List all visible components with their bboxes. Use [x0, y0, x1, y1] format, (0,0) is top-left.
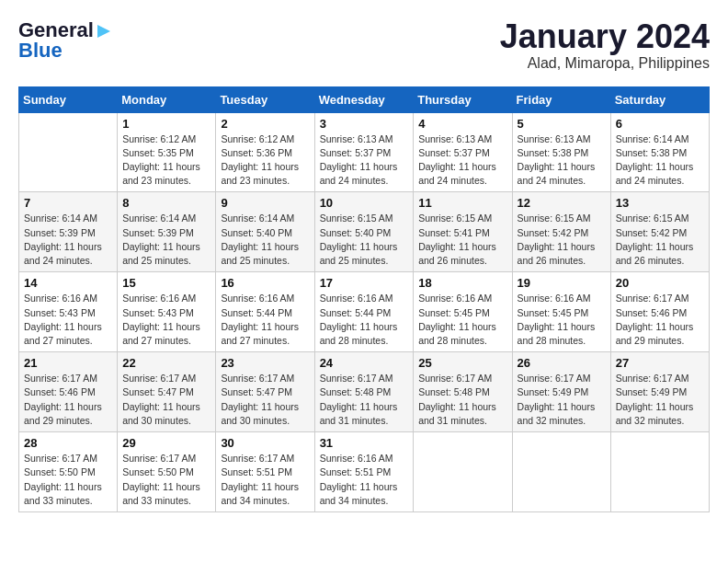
calendar-cell: 10Sunrise: 6:15 AM Sunset: 5:40 PM Dayli…: [314, 192, 414, 272]
calendar-cell: 8Sunrise: 6:14 AM Sunset: 5:39 PM Daylig…: [118, 192, 216, 272]
day-info: Sunrise: 6:15 AM Sunset: 5:42 PM Dayligh…: [616, 212, 704, 268]
calendar-cell: [19, 112, 118, 192]
day-number: 31: [320, 436, 409, 450]
day-number: 30: [221, 436, 309, 450]
calendar-cell: 24Sunrise: 6:17 AM Sunset: 5:48 PM Dayli…: [314, 352, 414, 432]
weekday-header: Thursday: [414, 86, 512, 112]
calendar-week-row: 21Sunrise: 6:17 AM Sunset: 5:46 PM Dayli…: [19, 352, 710, 432]
calendar-cell: 26Sunrise: 6:17 AM Sunset: 5:49 PM Dayli…: [512, 352, 610, 432]
calendar-cell: 4Sunrise: 6:13 AM Sunset: 5:37 PM Daylig…: [414, 112, 512, 192]
day-info: Sunrise: 6:13 AM Sunset: 5:38 PM Dayligh…: [518, 132, 606, 189]
day-number: 14: [24, 276, 112, 290]
day-number: 20: [616, 276, 704, 290]
day-number: 5: [518, 117, 606, 131]
day-number: 3: [320, 117, 409, 131]
calendar-cell: 1Sunrise: 6:12 AM Sunset: 5:35 PM Daylig…: [118, 112, 216, 192]
weekday-header: Wednesday: [314, 86, 414, 112]
calendar-cell: 21Sunrise: 6:17 AM Sunset: 5:46 PM Dayli…: [19, 352, 118, 432]
weekday-header: Monday: [118, 86, 216, 112]
day-info: Sunrise: 6:14 AM Sunset: 5:40 PM Dayligh…: [221, 212, 309, 268]
day-number: 22: [122, 356, 210, 370]
weekday-header: Friday: [512, 86, 610, 112]
day-info: Sunrise: 6:17 AM Sunset: 5:48 PM Dayligh…: [418, 372, 506, 428]
day-info: Sunrise: 6:13 AM Sunset: 5:37 PM Dayligh…: [320, 132, 409, 189]
calendar-cell: 2Sunrise: 6:12 AM Sunset: 5:36 PM Daylig…: [216, 112, 314, 192]
calendar-cell: 29Sunrise: 6:17 AM Sunset: 5:50 PM Dayli…: [118, 432, 216, 512]
page-header: General Blue January 2024 Alad, Mimaropa…: [18, 18, 710, 72]
day-info: Sunrise: 6:17 AM Sunset: 5:50 PM Dayligh…: [24, 452, 112, 508]
calendar-cell: 16Sunrise: 6:16 AM Sunset: 5:44 PM Dayli…: [216, 272, 314, 352]
logo: General Blue: [18, 18, 112, 63]
calendar-cell: 12Sunrise: 6:15 AM Sunset: 5:42 PM Dayli…: [512, 192, 610, 272]
day-info: Sunrise: 6:17 AM Sunset: 5:49 PM Dayligh…: [518, 372, 606, 428]
calendar-cell: 22Sunrise: 6:17 AM Sunset: 5:47 PM Dayli…: [118, 352, 216, 432]
day-info: Sunrise: 6:14 AM Sunset: 5:39 PM Dayligh…: [122, 212, 210, 268]
day-info: Sunrise: 6:17 AM Sunset: 5:51 PM Dayligh…: [221, 452, 309, 508]
calendar-week-row: 28Sunrise: 6:17 AM Sunset: 5:50 PM Dayli…: [19, 432, 710, 512]
calendar-cell: 23Sunrise: 6:17 AM Sunset: 5:47 PM Dayli…: [216, 352, 314, 432]
calendar-cell: [512, 432, 610, 512]
day-number: 24: [320, 356, 409, 370]
weekday-header: Tuesday: [216, 86, 314, 112]
month-title: January 2024: [500, 18, 710, 55]
calendar-week-row: 14Sunrise: 6:16 AM Sunset: 5:43 PM Dayli…: [19, 272, 710, 352]
logo-arrow-icon: [96, 23, 112, 40]
day-info: Sunrise: 6:16 AM Sunset: 5:51 PM Dayligh…: [320, 452, 409, 508]
calendar-cell: 9Sunrise: 6:14 AM Sunset: 5:40 PM Daylig…: [216, 192, 314, 272]
calendar-cell: 31Sunrise: 6:16 AM Sunset: 5:51 PM Dayli…: [314, 432, 414, 512]
day-info: Sunrise: 6:12 AM Sunset: 5:35 PM Dayligh…: [122, 132, 210, 189]
calendar-cell: 20Sunrise: 6:17 AM Sunset: 5:46 PM Dayli…: [610, 272, 709, 352]
calendar-cell: [414, 432, 512, 512]
day-info: Sunrise: 6:15 AM Sunset: 5:42 PM Dayligh…: [518, 212, 606, 268]
calendar-week-row: 7Sunrise: 6:14 AM Sunset: 5:39 PM Daylig…: [19, 192, 710, 272]
day-info: Sunrise: 6:17 AM Sunset: 5:47 PM Dayligh…: [221, 372, 309, 428]
calendar-cell: 25Sunrise: 6:17 AM Sunset: 5:48 PM Dayli…: [414, 352, 512, 432]
day-number: 7: [24, 196, 112, 210]
day-info: Sunrise: 6:17 AM Sunset: 5:50 PM Dayligh…: [122, 452, 210, 508]
weekday-header: Saturday: [610, 86, 709, 112]
calendar-cell: 14Sunrise: 6:16 AM Sunset: 5:43 PM Dayli…: [19, 272, 118, 352]
day-number: 8: [122, 196, 210, 210]
weekday-header-row: SundayMondayTuesdayWednesdayThursdayFrid…: [19, 86, 710, 112]
day-number: 27: [616, 356, 704, 370]
calendar-cell: 15Sunrise: 6:16 AM Sunset: 5:43 PM Dayli…: [118, 272, 216, 352]
day-info: Sunrise: 6:15 AM Sunset: 5:41 PM Dayligh…: [418, 212, 506, 268]
day-info: Sunrise: 6:16 AM Sunset: 5:45 PM Dayligh…: [418, 292, 506, 348]
calendar-table: SundayMondayTuesdayWednesdayThursdayFrid…: [18, 86, 710, 512]
day-number: 17: [320, 276, 409, 290]
day-info: Sunrise: 6:17 AM Sunset: 5:47 PM Dayligh…: [122, 372, 210, 428]
day-number: 15: [122, 276, 210, 290]
day-number: 28: [24, 436, 112, 450]
calendar-cell: 30Sunrise: 6:17 AM Sunset: 5:51 PM Dayli…: [216, 432, 314, 512]
day-number: 13: [616, 196, 704, 210]
calendar-cell: 17Sunrise: 6:16 AM Sunset: 5:44 PM Dayli…: [314, 272, 414, 352]
day-number: 6: [616, 117, 704, 131]
day-number: 21: [24, 356, 112, 370]
calendar-cell: 3Sunrise: 6:13 AM Sunset: 5:37 PM Daylig…: [314, 112, 414, 192]
day-number: 9: [221, 196, 309, 210]
day-info: Sunrise: 6:12 AM Sunset: 5:36 PM Dayligh…: [221, 132, 309, 189]
calendar-cell: 27Sunrise: 6:17 AM Sunset: 5:49 PM Dayli…: [610, 352, 709, 432]
day-number: 29: [122, 436, 210, 450]
calendar-cell: 28Sunrise: 6:17 AM Sunset: 5:50 PM Dayli…: [19, 432, 118, 512]
day-number: 12: [518, 196, 606, 210]
day-info: Sunrise: 6:14 AM Sunset: 5:38 PM Dayligh…: [616, 132, 704, 189]
day-info: Sunrise: 6:16 AM Sunset: 5:43 PM Dayligh…: [24, 292, 112, 348]
day-number: 4: [418, 117, 506, 131]
day-number: 25: [418, 356, 506, 370]
day-number: 1: [122, 117, 210, 131]
day-info: Sunrise: 6:17 AM Sunset: 5:46 PM Dayligh…: [616, 292, 704, 348]
day-info: Sunrise: 6:16 AM Sunset: 5:45 PM Dayligh…: [518, 292, 606, 348]
day-info: Sunrise: 6:17 AM Sunset: 5:49 PM Dayligh…: [616, 372, 704, 428]
calendar-cell: 7Sunrise: 6:14 AM Sunset: 5:39 PM Daylig…: [19, 192, 118, 272]
calendar-cell: 6Sunrise: 6:14 AM Sunset: 5:38 PM Daylig…: [610, 112, 709, 192]
day-info: Sunrise: 6:16 AM Sunset: 5:44 PM Dayligh…: [221, 292, 309, 348]
day-info: Sunrise: 6:16 AM Sunset: 5:44 PM Dayligh…: [320, 292, 409, 348]
title-area: January 2024 Alad, Mimaropa, Philippines: [500, 18, 710, 72]
day-info: Sunrise: 6:15 AM Sunset: 5:40 PM Dayligh…: [320, 212, 409, 268]
calendar-cell: 5Sunrise: 6:13 AM Sunset: 5:38 PM Daylig…: [512, 112, 610, 192]
day-number: 2: [221, 117, 309, 131]
day-number: 19: [518, 276, 606, 290]
day-number: 10: [320, 196, 409, 210]
svg-marker-0: [97, 25, 110, 38]
